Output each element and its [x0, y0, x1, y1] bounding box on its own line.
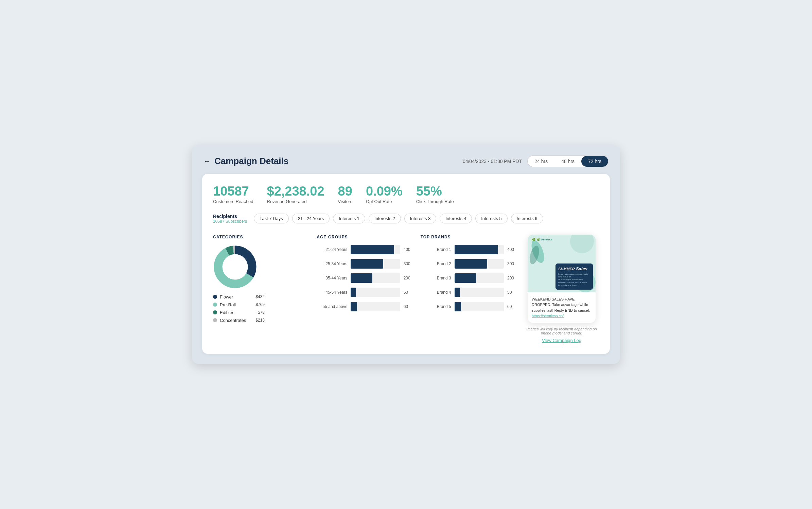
- legend-value-concentrates: $213: [255, 318, 265, 323]
- legend-preroll: Pre-Roll $769: [213, 302, 265, 307]
- back-button[interactable]: ←: [204, 157, 210, 165]
- bar-label-brand1: Brand 1: [421, 247, 451, 252]
- tab-48hrs[interactable]: 48 hrs: [554, 156, 581, 167]
- bar-row-brand3: Brand 3 200: [421, 273, 517, 283]
- header-right: 04/04/2023 - 01:30 PM PDT 24 hrs 48 hrs …: [463, 156, 608, 167]
- bar-track-brand3: [455, 273, 504, 283]
- bar-label-brand3: Brand 3: [421, 276, 451, 280]
- charts-left: CATEGORIES: [213, 235, 517, 343]
- legend-name-flower: Flower: [220, 294, 246, 299]
- categories-title: CATEGORIES: [213, 235, 310, 239]
- bar-value-35: 200: [404, 276, 414, 280]
- bar-label-55: 55 and above: [317, 304, 347, 309]
- tags-container: Last 7 Days 21 - 24 Years Interests 1 In…: [254, 214, 543, 223]
- tab-72hrs[interactable]: 72 hrs: [581, 156, 608, 167]
- age-bars: 21-24 Years 400 25-34 Years 300: [317, 245, 413, 311]
- stat-ctr: 55% Click Through Rate: [416, 185, 454, 204]
- bar-row-45: 45-54 Years 50: [317, 288, 413, 297]
- legend-value-edibles: $78: [258, 310, 265, 315]
- brand-bars: Brand 1 400 Brand 2 300: [421, 245, 517, 311]
- legend-dot-flower: [213, 295, 217, 299]
- preview-panel: 🌿🌿 stemless SUMMER Sales Lorem que augue…: [524, 235, 599, 343]
- bar-value-brand2: 300: [507, 261, 517, 266]
- time-tabs: 24 hrs 48 hrs 72 hrs: [527, 156, 608, 167]
- bar-value-21: 400: [404, 247, 414, 252]
- preview-logo: 🌿🌿 stemless: [532, 238, 552, 241]
- bar-track-brand4: [455, 288, 504, 297]
- bar-value-55: 60: [404, 304, 414, 309]
- bar-label-35: 35-44 Years: [317, 276, 347, 280]
- stat-customers-reached: 10587 Customers Reached: [213, 185, 253, 204]
- bar-label-brand5: Brand 5: [421, 304, 451, 309]
- tag-interests4[interactable]: Interests 4: [440, 214, 472, 223]
- top-brands-chart: TOP BRANDS Brand 1 400 Brand 2: [421, 235, 517, 343]
- legend-value-flower: $432: [255, 294, 265, 299]
- bar-value-brand1: 400: [507, 247, 517, 252]
- legend-dot-edibles: [213, 310, 217, 314]
- bar-track-21: [351, 245, 400, 254]
- legend-value-preroll: $769: [255, 302, 265, 307]
- legend-name-edibles: Edibles: [220, 310, 248, 315]
- bar-label-25: 25-34 Years: [317, 261, 347, 266]
- recipients-count: 10587 Subscribers: [213, 219, 247, 224]
- legend: Flower $432 Pre-Roll $769 Edibles: [213, 294, 265, 323]
- tag-interests1[interactable]: Interests 1: [333, 214, 365, 223]
- bar-row-brand5: Brand 5 60: [421, 302, 517, 311]
- legend-dot-preroll: [213, 303, 217, 307]
- bar-track-brand5: [455, 302, 504, 311]
- phone-image: 🌿🌿 stemless SUMMER Sales Lorem que augue…: [528, 235, 596, 292]
- bar-track-35: [351, 273, 400, 283]
- stat-value-revenue: $2,238.02: [267, 185, 324, 198]
- phone-message-text: WEEKEND SALES HAVE DROPPED. Take advanta…: [532, 297, 590, 312]
- bar-value-brand5: 60: [507, 304, 517, 309]
- stat-opt-out: 0.09% Opt Out Rate: [366, 185, 403, 204]
- bar-row-brand4: Brand 4 50: [421, 288, 517, 297]
- bar-row-brand1: Brand 1 400: [421, 245, 517, 254]
- tab-24hrs[interactable]: 24 hrs: [528, 156, 554, 167]
- stat-revenue: $2,238.02 Revenue Generated: [267, 185, 324, 204]
- bar-row-brand2: Brand 2 300: [421, 259, 517, 269]
- stat-value-customers: 10587: [213, 185, 253, 198]
- bar-track-brand2: [455, 259, 504, 269]
- bar-fill-brand3: [455, 273, 476, 283]
- outer-container: ← Campaign Details 04/04/2023 - 01:30 PM…: [192, 145, 620, 364]
- bar-track-brand1: [455, 245, 504, 254]
- legend-name-preroll: Pre-Roll: [220, 302, 246, 307]
- bar-fill-brand5: [455, 302, 461, 311]
- tag-age[interactable]: 21 - 24 Years: [292, 214, 330, 223]
- stat-label-revenue: Revenue Generated: [267, 199, 324, 204]
- stat-value-ctr: 55%: [416, 185, 454, 198]
- bar-fill-brand4: [455, 288, 460, 297]
- page-title: Campaign Details: [214, 156, 288, 166]
- tag-interests5[interactable]: Interests 5: [475, 214, 508, 223]
- preview-disclaimer: Images will vary by recipient depending …: [524, 327, 599, 335]
- stat-label-customers: Customers Reached: [213, 199, 253, 204]
- bar-label-45: 45-54 Years: [317, 290, 347, 295]
- tag-interests3[interactable]: Interests 3: [404, 214, 437, 223]
- bar-fill-35: [351, 273, 372, 283]
- legend-dot-concentrates: [213, 318, 217, 322]
- bar-track-45: [351, 288, 400, 297]
- legend-flower: Flower $432: [213, 294, 265, 299]
- bar-value-brand3: 200: [507, 276, 517, 280]
- preview-link[interactable]: https://stemless.co/: [532, 314, 564, 318]
- legend-edibles: Edibles $78: [213, 310, 265, 315]
- view-log-link[interactable]: View Campaign Log: [542, 338, 581, 343]
- bar-fill-55: [351, 302, 357, 311]
- donut-container: Flower $432 Pre-Roll $769 Edibles: [213, 245, 310, 323]
- svg-point-4: [225, 257, 245, 277]
- recipients-section: Recipients 10587 Subscribers Last 7 Days…: [213, 214, 599, 224]
- stat-label-visitors: Visitors: [338, 199, 352, 204]
- date-label: 04/04/2023 - 01:30 PM PDT: [463, 159, 522, 164]
- tag-interests2[interactable]: Interests 2: [369, 214, 401, 223]
- main-card: 10587 Customers Reached $2,238.02 Revenu…: [202, 174, 610, 354]
- bar-track-55: [351, 302, 400, 311]
- bar-row-25: 25-34 Years 300: [317, 259, 413, 269]
- bar-fill-25: [351, 259, 383, 269]
- bar-label-brand2: Brand 2: [421, 261, 451, 266]
- bar-value-45: 50: [404, 290, 414, 295]
- recipients-label: Recipients 10587 Subscribers: [213, 214, 247, 224]
- tag-last7days[interactable]: Last 7 Days: [254, 214, 289, 223]
- legend-concentrates: Concentrates $213: [213, 318, 265, 323]
- tag-interests6[interactable]: Interests 6: [511, 214, 543, 223]
